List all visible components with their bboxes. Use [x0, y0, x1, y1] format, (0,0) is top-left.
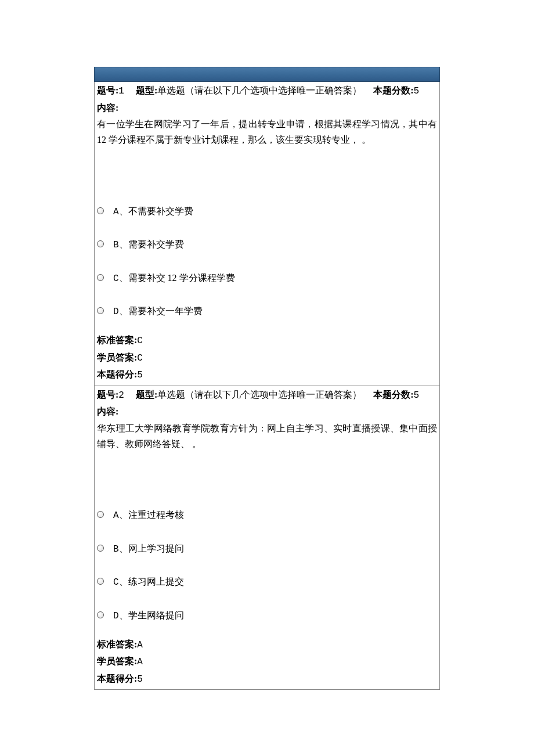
option-row: D、学生网络提问 [97, 606, 437, 624]
obtained-score: 5 [137, 674, 143, 685]
label-question-type: 题型: [136, 85, 157, 95]
radio-icon[interactable] [97, 240, 104, 247]
question-type-text: 单选题（请在以下几个选项中选择唯一正确答案） [157, 390, 362, 399]
radio-icon[interactable] [97, 578, 104, 585]
option-row: B、需要补交学费 [97, 235, 437, 253]
label-question-score: 本题分数: [373, 390, 413, 399]
option-text: A、不需要补交学费 [113, 201, 437, 220]
question-score: 5 [414, 390, 420, 401]
option-text: B、网上学习提问 [113, 539, 437, 557]
question-header: 题号:2 题型:单选题（请在以下几个选项中选择唯一正确答案） 本题分数:5 [97, 387, 437, 404]
answers-block: 标准答案:A 学员答案:A 本题得分:5 [97, 637, 437, 687]
option-text: C、需要补交 12 学分课程学费 [113, 268, 437, 287]
option-row: C、需要补交 12 学分课程学费 [97, 268, 437, 287]
page-container: 题号:1 题型:单选题（请在以下几个选项中选择唯一正确答案） 本题分数:5 内容… [0, 0, 534, 756]
option-label: 不需要补交学费 [128, 206, 193, 216]
label-question-no: 题号: [97, 85, 118, 95]
label-content: 内容: [97, 404, 437, 419]
option-row: C、练习网上提交 [97, 572, 437, 591]
answers-block: 标准答案:C 学员答案:C 本题得分:5 [97, 333, 437, 383]
option-letter: A [113, 207, 119, 217]
option-letter: C [113, 577, 119, 588]
option-row: A、注重过程考核 [97, 505, 437, 524]
label-question-type: 题型: [136, 390, 157, 399]
question-score: 5 [414, 86, 420, 96]
option-label: 练习网上提交 [128, 577, 184, 586]
options-group: A、注重过程考核 B、网上学习提问 C、练习网上提交 D、学生网络提问 [97, 505, 437, 624]
option-label: 注重过程考核 [128, 510, 184, 520]
option-letter: D [113, 611, 119, 621]
radio-icon[interactable] [97, 207, 104, 214]
radio-icon[interactable] [97, 274, 104, 281]
label-student-answer: 学员答案: [97, 656, 137, 666]
label-correct-answer: 标准答案: [97, 335, 137, 345]
radio-icon[interactable] [97, 545, 104, 552]
option-label: 网上学习提问 [128, 543, 184, 553]
option-letter: B [113, 544, 119, 555]
option-letter: A [113, 510, 119, 521]
label-obtained-score: 本题得分: [97, 369, 137, 379]
option-row: B、网上学习提问 [97, 539, 437, 557]
question-block: 题号:1 题型:单选题（请在以下几个选项中选择唯一正确答案） 本题分数:5 内容… [94, 82, 440, 386]
obtained-score: 5 [137, 370, 143, 380]
option-label: 需要补交一年学费 [128, 306, 203, 316]
radio-icon[interactable] [97, 307, 104, 314]
student-answer: A [137, 657, 143, 667]
correct-answer: A [137, 640, 143, 650]
option-letter: B [113, 240, 119, 250]
option-letter: D [113, 307, 119, 317]
label-obtained-score: 本题得分: [97, 674, 137, 683]
question-number: 2 [118, 390, 124, 401]
option-label: 需要补交学费 [128, 239, 184, 249]
question-content: 有一位学生在网院学习了一年后，提出转专业申请，根据其课程学习情况，其中有 12 … [97, 116, 437, 147]
question-header: 题号:1 题型:单选题（请在以下几个选项中选择唯一正确答案） 本题分数:5 [97, 83, 437, 99]
option-text: A、注重过程考核 [113, 505, 437, 524]
option-row: D、需要补交一年学费 [97, 301, 437, 320]
option-label: 学生网络提问 [128, 610, 184, 620]
label-content: 内容: [97, 100, 437, 116]
question-type-text: 单选题（请在以下几个选项中选择唯一正确答案） [157, 85, 362, 95]
question-block: 题号:2 题型:单选题（请在以下几个选项中选择唯一正确答案） 本题分数:5 内容… [94, 386, 440, 690]
question-content: 华东理工大学网络教育学院教育方针为：网上自主学习、实时直播授课、集中面授辅导、教… [97, 420, 437, 452]
label-correct-answer: 标准答案: [97, 639, 137, 649]
question-number: 1 [118, 86, 124, 96]
label-question-score: 本题分数: [373, 85, 413, 95]
option-text: D、学生网络提问 [113, 606, 437, 624]
options-group: A、不需要补交学费 B、需要补交学费 C、需要补交 12 学分课程学费 D、需要… [97, 201, 437, 320]
student-answer: C [137, 353, 143, 363]
option-text: C、练习网上提交 [113, 572, 437, 591]
label-question-no: 题号: [97, 390, 118, 399]
option-letter: C [113, 273, 119, 284]
correct-answer: C [137, 336, 143, 346]
option-text: B、需要补交学费 [113, 235, 437, 253]
option-row: A、不需要补交学费 [97, 201, 437, 220]
radio-icon[interactable] [97, 511, 104, 518]
option-label: 需要补交 12 学分课程学费 [128, 273, 235, 283]
label-student-answer: 学员答案: [97, 352, 137, 362]
radio-icon[interactable] [97, 611, 104, 618]
option-text: D、需要补交一年学费 [113, 301, 437, 320]
title-bar [94, 67, 440, 82]
